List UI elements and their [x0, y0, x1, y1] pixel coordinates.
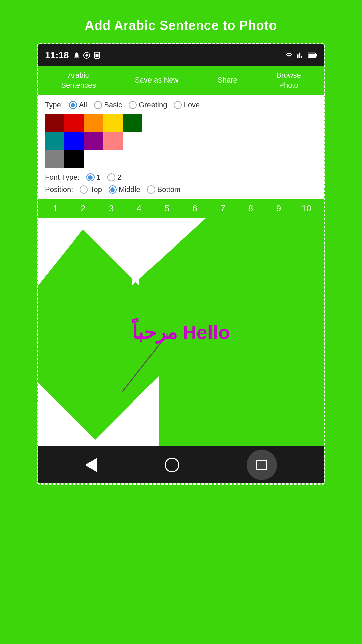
nav-save-as-new[interactable]: Save as New	[135, 75, 179, 85]
tab-3[interactable]: 3	[103, 203, 120, 214]
battery-icon	[308, 52, 317, 58]
radio-love-circle	[174, 101, 182, 109]
signal-icon	[297, 52, 304, 59]
font-1-label: 1	[97, 173, 101, 182]
type-love[interactable]: Love	[174, 101, 200, 109]
page-title: Add Arabic Sentence to Photo	[0, 0, 362, 43]
home-circle-icon	[165, 458, 179, 472]
home-button[interactable]	[165, 458, 179, 472]
font-2[interactable]: 2	[107, 173, 121, 182]
position-middle[interactable]: Middle	[109, 185, 140, 194]
font-1[interactable]: 1	[86, 173, 101, 182]
status-bar: 11:18	[38, 44, 324, 66]
tab-1[interactable]: 1	[47, 203, 64, 214]
position-top-label: Top	[90, 185, 102, 194]
svg-rect-5	[308, 54, 315, 57]
type-greeting[interactable]: Greeting	[129, 101, 167, 109]
type-row: Type: All Basic Greeting Love	[45, 101, 317, 109]
color-orange[interactable]	[84, 114, 103, 132]
type-basic[interactable]: Basic	[94, 101, 122, 109]
nav-bar: ArabicSentences Save as New Share Browse…	[38, 66, 324, 95]
type-greeting-label: Greeting	[139, 101, 167, 109]
number-tabs: 1 2 3 4 5 6 7 8 9 10	[38, 199, 324, 218]
color-grid	[45, 114, 152, 168]
position-label: Position:	[45, 185, 73, 194]
radio-all-circle	[69, 101, 77, 109]
status-time: 11:18	[45, 50, 69, 61]
triangle-bottom-center	[88, 376, 159, 446]
position-bottom[interactable]: Bottom	[147, 185, 181, 194]
recents-square-icon	[256, 460, 267, 470]
color-pink[interactable]	[103, 132, 123, 150]
notification-icon	[73, 52, 80, 59]
font-radio-group: 1 2	[86, 173, 122, 182]
controls-area: Type: All Basic Greeting Love	[38, 95, 324, 199]
color-blue[interactable]	[64, 132, 84, 150]
color-purple[interactable]	[84, 132, 103, 150]
status-left: 11:18	[45, 50, 101, 61]
back-button[interactable]	[85, 458, 97, 472]
tab-7[interactable]: 7	[215, 203, 231, 214]
color-teal[interactable]	[45, 132, 64, 150]
position-bottom-label: Bottom	[157, 185, 181, 194]
nav-browse-photo[interactable]: BrowsePhoto	[276, 71, 301, 90]
color-black[interactable]	[64, 150, 84, 168]
circle-icon	[83, 52, 90, 59]
nav-share[interactable]: Share	[218, 75, 237, 85]
wifi-icon	[284, 52, 294, 59]
radio-font2-circle	[107, 173, 115, 181]
color-green[interactable]	[123, 114, 142, 132]
tab-5[interactable]: 5	[159, 203, 175, 214]
color-darkred[interactable]	[45, 114, 64, 132]
svg-rect-6	[316, 54, 317, 56]
tab-8[interactable]: 8	[242, 203, 259, 214]
color-red[interactable]	[64, 114, 84, 132]
bottom-nav	[38, 446, 324, 483]
position-row: Position: Top Middle Bottom	[45, 185, 317, 194]
tab-10[interactable]: 10	[298, 203, 315, 214]
radio-font1-circle	[86, 173, 95, 181]
sim-icon	[93, 52, 101, 59]
triangle-top-center-right	[132, 218, 206, 285]
type-all[interactable]: All	[69, 101, 87, 109]
position-top[interactable]: Top	[80, 185, 102, 194]
position-radio-group: Top Middle Bottom	[80, 185, 180, 194]
type-basic-label: Basic	[104, 101, 122, 109]
font-row: Font Type: 1 2	[45, 173, 317, 182]
radio-bottom-circle	[147, 185, 155, 194]
triangle-top-center-left	[72, 218, 139, 285]
position-middle-label: Middle	[119, 185, 140, 194]
nav-arabic-sentences[interactable]: ArabicSentences	[61, 71, 96, 90]
svg-point-1	[85, 54, 88, 56]
status-icons	[73, 52, 101, 59]
radio-basic-circle	[94, 101, 102, 109]
recents-button[interactable]	[247, 450, 277, 480]
svg-rect-3	[95, 54, 98, 57]
type-radio-group: All Basic Greeting Love	[69, 101, 200, 109]
phone-frame: 11:18 ArabicSentences Save as New Share …	[37, 43, 325, 485]
back-triangle-icon	[85, 458, 97, 472]
tab-4[interactable]: 4	[131, 203, 147, 214]
type-label: Type:	[45, 101, 63, 109]
type-love-label: Love	[184, 101, 200, 109]
type-all-label: All	[79, 101, 87, 109]
tab-9[interactable]: 9	[270, 203, 287, 214]
color-empty	[123, 132, 142, 150]
status-right	[284, 52, 317, 59]
radio-greeting-circle	[129, 101, 137, 109]
color-yellow[interactable]	[103, 114, 123, 132]
radio-top-circle	[80, 185, 88, 194]
radio-middle-circle	[109, 185, 117, 194]
arabic-text: مرحباً Hello	[132, 321, 230, 344]
color-gray[interactable]	[45, 150, 64, 168]
tab-2[interactable]: 2	[75, 203, 92, 214]
image-area: مرحباً Hello	[38, 218, 324, 446]
tab-6[interactable]: 6	[187, 203, 203, 214]
font-2-label: 2	[117, 173, 121, 182]
font-label: Font Type:	[45, 173, 80, 182]
